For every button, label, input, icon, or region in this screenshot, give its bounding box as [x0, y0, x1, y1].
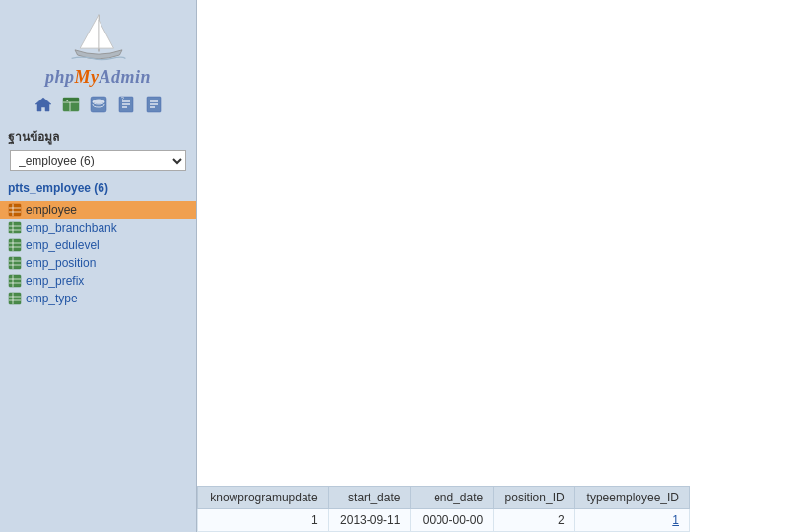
svg-marker-2 — [99, 20, 113, 48]
sidebar-table-item[interactable]: emp_type — [0, 290, 196, 307]
db-section-title: ptts_employee (6) — [0, 181, 108, 195]
svg-marker-3 — [35, 98, 51, 111]
db-select-wrapper: _employee (6) — [10, 150, 186, 171]
table-grid-icon — [8, 292, 22, 305]
table-grid-icon — [8, 238, 22, 252]
sidebar-table-item[interactable]: employee — [0, 201, 196, 219]
svg-rect-32 — [9, 257, 21, 269]
logo-sailboat-icon — [64, 8, 133, 67]
table-cell: 0000-00-00 — [411, 509, 494, 532]
top-space — [197, 0, 807, 486]
column-header: end_date — [411, 487, 494, 509]
data-table-body: 12013-09-110000-00-0021 — [198, 509, 690, 532]
svg-rect-20 — [9, 204, 21, 216]
db-select[interactable]: _employee (6) — [10, 150, 186, 171]
svg-rect-40 — [9, 293, 21, 304]
table-item-label: emp_branchbank — [26, 221, 117, 234]
sidebar-table-item[interactable]: emp_position — [0, 254, 196, 272]
main-content: knowprogramupdatestart_dateend_dateposit… — [197, 0, 807, 532]
column-header: position_ID — [494, 487, 574, 509]
column-header: typeemployee_ID — [574, 487, 689, 509]
svg-rect-36 — [9, 275, 21, 287]
svg-point-10 — [93, 100, 104, 104]
home-icon[interactable] — [33, 94, 54, 115]
table-cell: 2 — [494, 509, 574, 532]
toolbar-icons: + ? — [33, 94, 165, 115]
table-list: employee emp_branchbank emp_edulevel emp… — [0, 201, 196, 307]
column-header: knowprogramupdate — [198, 487, 329, 509]
data-table-wrapper: knowprogramupdatestart_dateend_dateposit… — [197, 486, 807, 532]
svg-text:?: ? — [121, 96, 124, 101]
docs-icon[interactable]: ? — [115, 94, 137, 115]
table-grid-icon — [8, 221, 22, 234]
sidebar-table-item[interactable]: emp_prefix — [0, 272, 196, 290]
table-item-label: emp_edulevel — [26, 238, 100, 252]
data-table: knowprogramupdatestart_dateend_dateposit… — [197, 486, 690, 532]
docs-alt-icon[interactable] — [143, 94, 165, 115]
cell-link[interactable]: 1 — [672, 513, 679, 527]
table-grid-icon — [8, 203, 22, 217]
svg-marker-1 — [80, 15, 99, 48]
db-section-label: ฐานข้อมูล — [0, 127, 59, 146]
table-cell: 1 — [574, 509, 689, 532]
sidebar: phpMyAdmin + — [0, 0, 197, 532]
table-cell: 2013-09-11 — [328, 509, 411, 532]
phpmyadmin-logo: phpMyAdmin — [45, 67, 151, 88]
table-item-label: emp_type — [26, 292, 78, 305]
logo-area: phpMyAdmin + — [0, 0, 196, 127]
sidebar-table-item[interactable]: emp_edulevel — [0, 236, 196, 254]
table-item-label: emp_position — [26, 256, 96, 270]
table-item-label: employee — [26, 203, 77, 217]
table-grid-icon — [8, 256, 22, 270]
table-grid-icon — [8, 274, 22, 288]
table-row: 12013-09-110000-00-0021 — [198, 509, 690, 532]
main-inner: knowprogramupdatestart_dateend_dateposit… — [197, 0, 807, 532]
svg-rect-28 — [9, 239, 21, 251]
table-cell: 1 — [198, 509, 329, 532]
sidebar-table-item[interactable]: emp_branchbank — [0, 219, 196, 236]
column-header: start_date — [328, 487, 411, 509]
svg-rect-24 — [9, 222, 21, 233]
new-table-icon[interactable]: + — [60, 94, 82, 115]
table-item-label: emp_prefix — [26, 274, 84, 288]
db-settings-icon[interactable] — [88, 94, 109, 115]
data-table-head: knowprogramupdatestart_dateend_dateposit… — [198, 487, 690, 509]
